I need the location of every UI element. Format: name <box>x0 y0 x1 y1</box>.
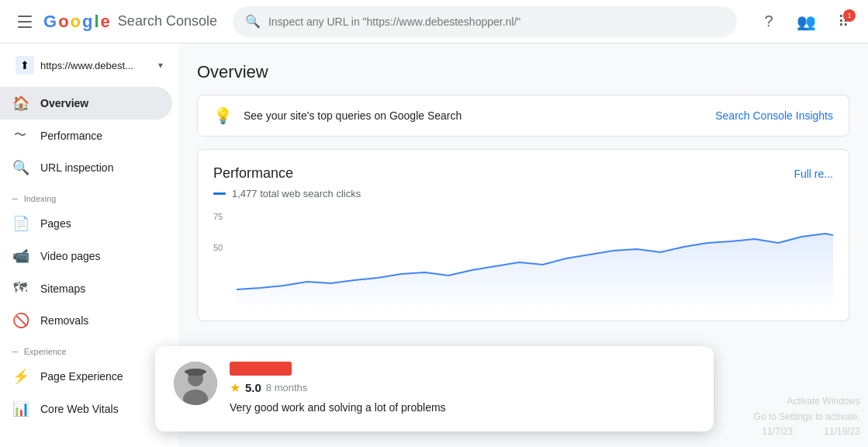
activate-windows-text: Activate Windows <box>754 394 860 409</box>
search-console-insights-link[interactable]: Search Console Insights <box>715 109 833 122</box>
date-range: 11/7/23 11/19/23 <box>754 424 860 439</box>
sidebar-label-performance: Performance <box>40 130 102 142</box>
metric-line: 1,477 total web search clicks <box>213 188 833 199</box>
pages-icon: 📄 <box>12 215 28 232</box>
sidebar-item-url-inspection[interactable]: 🔍 URL inspection <box>0 151 172 184</box>
insights-banner: 💡 See your site's top queries on Google … <box>197 95 849 137</box>
help-button[interactable]: ? <box>753 6 784 37</box>
go-to-settings-text: Go to Settings to activate. <box>754 410 860 424</box>
sidebar-label-core-web-vitals: Core Web Vitals <box>40 403 119 415</box>
performance-chart: 75 50 <box>213 212 833 305</box>
hamburger-icon <box>18 16 32 28</box>
page-experience-icon: ⚡ <box>12 368 28 385</box>
start-date: 11/7/23 <box>762 424 793 439</box>
sidebar-label-video-pages: Video pages <box>40 250 101 262</box>
app-title: Search Console <box>118 13 217 29</box>
rating-time: 8 months <box>266 382 307 393</box>
sidebar-item-removals[interactable]: 🚫 Removals <box>0 304 172 337</box>
sidebar-label-page-experience: Page Experience <box>40 370 123 383</box>
header-actions: ? 👥 ⠿ 1 <box>753 6 859 37</box>
sidebar-item-performance[interactable]: 〜 Performance <box>0 120 172 151</box>
performance-card-title: Performance <box>213 165 293 182</box>
core-web-vitals-icon: 📊 <box>12 400 28 418</box>
sidebar-item-video-pages[interactable]: 📹 Video pages <box>0 240 172 272</box>
sidebar-label-url-inspection: URL inspection <box>40 161 113 174</box>
metric-dash-indicator <box>213 192 226 195</box>
avatar-image <box>174 362 217 405</box>
reviewer-info: ★ 5.0 8 months Very good work and solvin… <box>230 362 695 416</box>
star-icon: ★ <box>230 380 240 395</box>
sidebar: ⬆ https://www.debest... ▾ 🏠 Overview 〜 P… <box>0 43 178 447</box>
rating-value: 5.0 <box>245 381 261 394</box>
performance-icon: 〜 <box>12 127 28 144</box>
full-report-link[interactable]: Full re... <box>794 168 833 180</box>
windows-watermark: Activate Windows Go to Settings to activ… <box>754 394 868 439</box>
sidebar-item-overview[interactable]: 🏠 Overview <box>0 87 172 120</box>
url-search-bar[interactable]: 🔍 <box>233 6 737 37</box>
property-chevron-icon: ▾ <box>158 60 163 71</box>
metric-value: 1,477 total web search clicks <box>232 188 361 199</box>
url-inspection-icon: 🔍 <box>12 159 28 176</box>
notification-badge: 1 <box>843 9 856 22</box>
sidebar-item-core-web-vitals[interactable]: 📊 Core Web Vitals <box>0 393 172 425</box>
accounts-icon: 👥 <box>797 12 816 31</box>
video-pages-icon: 📹 <box>12 248 28 265</box>
section-label-experience: Experience <box>0 337 178 360</box>
sidebar-item-sitemaps[interactable]: 🗺 Sitemaps <box>0 272 172 304</box>
lightbulb-icon: 💡 <box>213 106 233 125</box>
removals-icon: 🚫 <box>12 312 28 329</box>
chart-y-label-75: 75 <box>213 212 223 221</box>
help-icon: ? <box>764 12 773 30</box>
sidebar-label-removals: Removals <box>40 314 88 327</box>
end-date: 11/19/23 <box>824 424 860 439</box>
sidebar-item-pages[interactable]: 📄 Pages <box>0 207 172 240</box>
sidebar-label-overview: Overview <box>40 97 88 109</box>
section-label-indexing: Indexing <box>0 184 178 207</box>
url-search-input[interactable] <box>268 16 724 28</box>
app-header: Google Search Console 🔍 ? 👥 ⠿ 1 <box>0 0 868 43</box>
sitemaps-icon: 🗺 <box>12 280 28 296</box>
review-text: Very good work and solving a lot of prob… <box>230 400 695 416</box>
property-selector[interactable]: ⬆ https://www.debest... ▾ <box>6 50 172 81</box>
google-logo: Google <box>43 12 110 32</box>
card-header: Performance Full re... <box>213 165 833 182</box>
reviewer-rating: ★ 5.0 8 months <box>230 380 695 395</box>
property-icon: ⬆ <box>16 56 34 74</box>
hamburger-menu-button[interactable] <box>9 6 40 37</box>
notifications-button[interactable]: ⠿ 1 <box>828 6 859 37</box>
home-icon: 🏠 <box>12 95 28 112</box>
reviewer-name-redacted <box>230 362 292 376</box>
review-popup: ★ 5.0 8 months Very good work and solvin… <box>155 346 714 431</box>
search-icon: 🔍 <box>245 14 261 29</box>
chart-y-label-50: 50 <box>213 243 223 252</box>
svg-rect-4 <box>188 369 203 376</box>
accounts-button[interactable]: 👥 <box>790 6 821 37</box>
sidebar-item-page-experience[interactable]: ⚡ Page Experience <box>0 360 172 393</box>
reviewer-avatar <box>174 362 217 405</box>
sidebar-label-sitemaps: Sitemaps <box>40 282 85 295</box>
page-title: Overview <box>197 62 849 82</box>
sidebar-label-pages: Pages <box>40 217 71 230</box>
performance-chart-svg <box>237 227 833 305</box>
property-name: https://www.debest... <box>40 60 152 71</box>
banner-text: See your site's top queries on Google Se… <box>244 109 704 122</box>
performance-card: Performance Full re... 1,477 total web s… <box>197 149 849 321</box>
